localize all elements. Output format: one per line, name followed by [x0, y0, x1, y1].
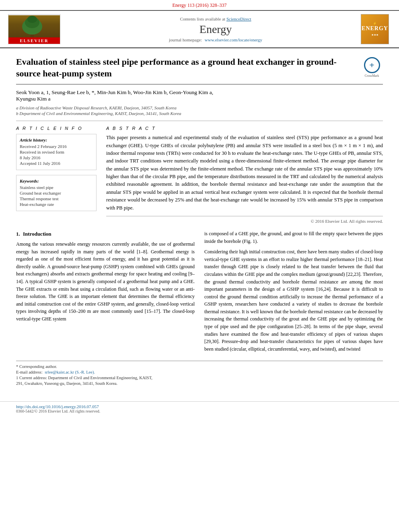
affiliation-a: a Division of Radioactive Waste Disposal… [16, 105, 383, 110]
authors-line1: Seok Yoon a, 1, Seung-Rae Lee b, *, Min-… [16, 89, 383, 96]
intro-paragraph-1: Among the various renewable energy resou… [16, 240, 195, 323]
journal-info-center: Contents lists available at ScienceDirec… [72, 16, 359, 42]
right-para-2: Considering their high initial construct… [204, 248, 383, 353]
authors-section: Seok Yoon a, 1, Seung-Rae Lee b, *, Min-… [16, 89, 383, 102]
affiliations-section: a Division of Radioactive Waste Disposal… [16, 105, 383, 116]
crossmark-label: CrossMark [365, 74, 379, 78]
footnote-1b: 291, Gwahakro, Yuseong-gu, Daejeon, 3414… [16, 381, 383, 386]
body-content: 1. Introduction Among the various renewa… [16, 230, 383, 356]
keywords-box: Keywords: Stainless steel pipe Ground he… [16, 175, 97, 211]
svg-point-3 [27, 16, 37, 23]
elsevier-tree-graphic [8, 15, 60, 37]
sciencedirect-label: Contents lists available at ScienceDirec… [80, 16, 351, 21]
journal-homepage: journal homepage: www.elsevier.com/locat… [80, 37, 351, 42]
history-received: Received 2 February 2016 [20, 144, 93, 149]
keyword-1: Stainless steel pipe [20, 185, 93, 190]
info-abstract-section: A R T I C L E I N F O Article history: R… [16, 121, 383, 224]
journal-name: Energy [80, 23, 351, 36]
elsevier-name-label: ELSEVIER [8, 37, 60, 44]
history-title: Article history: [20, 138, 93, 142]
citation-bar: Energy 113 (2016) 328–337 [0, 0, 399, 11]
footer-notes: * Corresponding author. E-mail address: … [16, 361, 383, 386]
crossmark-badge: CrossMark [361, 56, 383, 78]
history-received-revised-label: Received in revised form [20, 150, 93, 154]
publisher-logo-area: ELSEVIER [8, 14, 72, 44]
footnote-1a: 1 Current address: Department of Civil a… [16, 376, 383, 380]
article-info-heading: A R T I C L E I N F O [16, 126, 97, 131]
keywords-title: Keywords: [20, 179, 93, 183]
history-accepted: Accepted 11 July 2016 [20, 161, 93, 166]
journal-header: ELSEVIER Contents lists available at Sci… [0, 11, 399, 48]
abstract-text: This paper presents a numerical and expe… [106, 134, 383, 212]
keyword-3: Thermal response test [20, 196, 93, 201]
homepage-link[interactable]: www.elsevier.com/locate/energy [205, 37, 262, 42]
email-note: E-mail address: srlee@kaist.ac.kr (S.-R.… [16, 370, 383, 374]
journal-logo-right: ⚡ ENERGY ■ ■ ■ [359, 14, 391, 44]
authors-line2: Kyungsu Kim a [16, 96, 383, 102]
copyright-line: © 2016 Elsevier Ltd. All rights reserved… [106, 216, 383, 224]
affiliation-b: b Department of Civil and Environmental … [16, 111, 383, 116]
right-para-1: is composed of a GHE pipe, the ground, a… [204, 230, 383, 245]
corresponding-note: * Corresponding author. [16, 364, 383, 369]
main-content: Evaluation of stainless steel pipe perfo… [0, 48, 399, 395]
body-left-column: 1. Introduction Among the various renewa… [16, 230, 195, 356]
citation-text: Energy 113 (2016) 328–337 [173, 2, 227, 8]
keyword-2: Ground heat exchanger [20, 191, 93, 195]
article-info-column: A R T I C L E I N F O Article history: R… [16, 126, 97, 224]
energy-logo-text: ENERGY [362, 25, 388, 32]
article-title: Evaluation of stainless steel pipe perfo… [16, 56, 353, 79]
energy-logo-box: ⚡ ENERGY ■ ■ ■ [361, 14, 389, 44]
body-right-column: is composed of a GHE pipe, the ground, a… [204, 230, 383, 356]
article-title-section: Evaluation of stainless steel pipe perfo… [16, 56, 383, 84]
sciencedirect-link[interactable]: ScienceDirect [226, 16, 251, 21]
history-received-revised-date: 8 July 2016 [20, 155, 93, 160]
keyword-4: Heat-exchange rate [20, 202, 93, 207]
doi-line: http://dx.doi.org/10.1016/j.energy.2016.… [16, 404, 383, 409]
article-history-box: Article history: Received 2 February 201… [16, 134, 97, 170]
bottom-bar: http://dx.doi.org/10.1016/j.energy.2016.… [0, 401, 399, 416]
abstract-heading: A B S T R A C T [106, 126, 383, 131]
abstract-column: A B S T R A C T This paper presents a nu… [106, 126, 383, 224]
tree-svg [8, 15, 60, 37]
elsevier-logo: ELSEVIER [8, 14, 60, 44]
introduction-heading: 1. Introduction [16, 230, 195, 238]
elsevier-image: ELSEVIER [8, 14, 60, 44]
crossmark-circle [364, 57, 380, 73]
rights-line: 0360-5442/© 2016 Elsevier Ltd. All right… [16, 409, 383, 413]
